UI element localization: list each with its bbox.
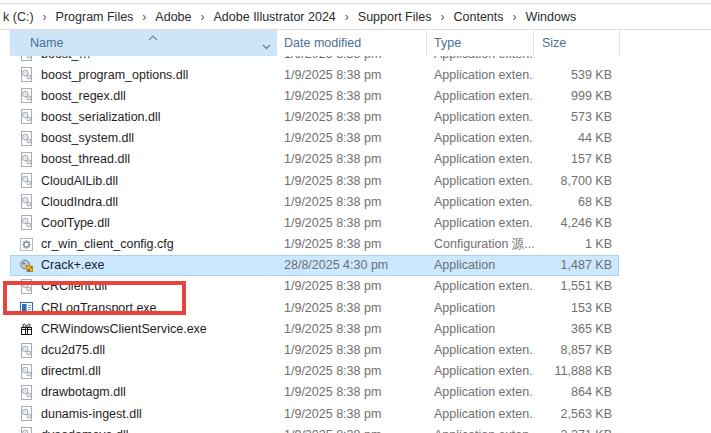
- sort-ascending-icon: [148, 30, 158, 44]
- dll-icon: [19, 343, 34, 358]
- dll-icon: [19, 131, 34, 146]
- table-row[interactable]: CRClient.dll 1/9/2025 8:38 pm Applicatio…: [10, 276, 619, 297]
- table-row[interactable]: boost_serialization.dll 1/9/2025 8:38 pm…: [10, 106, 619, 127]
- file-name: CloudIndra.dll: [41, 195, 118, 209]
- file-name: boost_…: [41, 56, 91, 61]
- file-type: Application exten...: [427, 279, 534, 293]
- dll-icon: [19, 406, 34, 421]
- file-date-modified: 1/9/2025 8:38 pm: [277, 279, 427, 293]
- table-row[interactable]: dvaadameve.dll 1/9/2025 8:38 pm Applicat…: [10, 424, 619, 433]
- file-date-modified: 1/9/2025 8:38 pm: [277, 89, 427, 103]
- file-type: Application exten...: [427, 428, 534, 433]
- breadcrumb-item[interactable]: Adobe Illustrator 2024: [212, 7, 338, 27]
- table-row[interactable]: boost_… 1/9/2025 8:38 pm Application ext…: [10, 56, 619, 64]
- file-size: 157 KB: [534, 152, 612, 166]
- table-row[interactable]: CloudIndra.dll 1/9/2025 8:38 pm Applicat…: [10, 191, 619, 212]
- table-row[interactable]: dcu2d75.dll 1/9/2025 8:38 pm Application…: [10, 339, 619, 360]
- table-row[interactable]: boost_program_options.dll 1/9/2025 8:38 …: [10, 64, 619, 85]
- column-header-type[interactable]: Type: [427, 30, 534, 56]
- dll-icon: [19, 67, 34, 82]
- column-header-size[interactable]: Size: [534, 30, 612, 56]
- file-type: Application: [427, 258, 534, 272]
- file-date-modified: 1/9/2025 8:38 pm: [277, 301, 427, 315]
- file-name: Crack+.exe: [41, 258, 105, 272]
- file-name: cr_win_client_config.cfg: [41, 237, 174, 251]
- dll-icon: [19, 56, 34, 61]
- table-row[interactable]: Crack+.exe 28/8/2025 4:30 pm Application…: [10, 255, 619, 276]
- file-name: directml.dll: [41, 364, 101, 378]
- file-size: 8,857 KB: [534, 343, 612, 357]
- file-type: Application: [427, 301, 534, 315]
- file-size: 8,700 KB: [534, 174, 612, 188]
- file-type: Application exten...: [427, 385, 534, 399]
- file-size: 153 KB: [534, 301, 612, 315]
- table-row[interactable]: directml.dll 1/9/2025 8:38 pm Applicatio…: [10, 361, 619, 382]
- table-row[interactable]: dunamis-ingest.dll 1/9/2025 8:38 pm Appl…: [10, 403, 619, 424]
- table-row[interactable]: CoolType.dll 1/9/2025 8:38 pm Applicatio…: [10, 212, 619, 233]
- crack-exe-icon: [19, 258, 34, 273]
- file-name-cell: boost_…: [10, 56, 277, 61]
- breadcrumb-separator-icon: ›: [194, 10, 212, 24]
- table-row[interactable]: CloudAILib.dll 1/9/2025 8:38 pm Applicat…: [10, 170, 619, 191]
- file-name-cell: CRClient.dll: [10, 279, 277, 294]
- file-list: Name Date modified Type Size boost_… 1/9…: [0, 30, 711, 433]
- file-name-cell: CloudIndra.dll: [10, 194, 277, 209]
- file-name-cell: cr_win_client_config.cfg: [10, 237, 277, 252]
- chevron-down-icon[interactable]: [262, 39, 271, 53]
- file-date-modified: 1/9/2025 8:38 pm: [277, 110, 427, 124]
- table-row[interactable]: cr_win_client_config.cfg 1/9/2025 8:38 p…: [10, 234, 619, 255]
- breadcrumb-item[interactable]: Adobe: [153, 7, 193, 27]
- file-date-modified: 1/9/2025 8:38 pm: [277, 407, 427, 421]
- file-date-modified: 1/9/2025 8:38 pm: [277, 152, 427, 166]
- file-name-cell: dvaadameve.dll: [10, 427, 277, 433]
- file-size: 999 KB: [534, 89, 612, 103]
- file-type: Application exten...: [427, 152, 534, 166]
- file-name-cell: dcu2d75.dll: [10, 343, 277, 358]
- file-date-modified: 1/9/2025 8:38 pm: [277, 131, 427, 145]
- partially-visible-row: boost_… 1/9/2025 8:38 pm Application ext…: [0, 56, 711, 64]
- file-size: 44 KB: [534, 131, 612, 145]
- file-date-modified: 1/9/2025 8:38 pm: [277, 343, 427, 357]
- table-row[interactable]: CRWindowsClientService.exe 1/9/2025 8:38…: [10, 318, 619, 339]
- window-exe-icon: [19, 300, 34, 315]
- dll-icon: [19, 385, 34, 400]
- dll-icon: [19, 152, 34, 167]
- column-header-date-modified[interactable]: Date modified: [277, 30, 427, 56]
- file-name: dunamis-ingest.dll: [41, 407, 142, 421]
- breadcrumb: k (C:)›Program Files›Adobe›Adobe Illustr…: [0, 3, 711, 30]
- column-header-name[interactable]: Name: [10, 30, 277, 56]
- file-size: 11,888 KB: [534, 364, 612, 378]
- file-date-modified: 1/9/2025 8:38 pm: [277, 385, 427, 399]
- file-date-modified: 1/9/2025 8:38 pm: [277, 195, 427, 209]
- file-size: 1 KB: [534, 237, 612, 251]
- breadcrumb-item[interactable]: Contents: [451, 7, 505, 27]
- table-row[interactable]: boost_thread.dll 1/9/2025 8:38 pm Applic…: [10, 149, 619, 170]
- table-row[interactable]: boost_regex.dll 1/9/2025 8:38 pm Applica…: [10, 85, 619, 106]
- file-name-cell: CRLogTransport.exe: [10, 300, 277, 315]
- breadcrumb-item[interactable]: Support Files: [356, 7, 434, 27]
- breadcrumb-item[interactable]: Program Files: [54, 7, 136, 27]
- table-row[interactable]: boost_system.dll 1/9/2025 8:38 pm Applic…: [10, 128, 619, 149]
- dll-icon: [19, 364, 34, 379]
- table-row[interactable]: drawbotagm.dll 1/9/2025 8:38 pm Applicat…: [10, 382, 619, 403]
- breadcrumb-item[interactable]: k (C:): [1, 7, 36, 27]
- file-type: Application exten...: [427, 131, 534, 145]
- file-date-modified: 1/9/2025 8:38 pm: [277, 216, 427, 230]
- dll-icon: [19, 173, 34, 188]
- file-name-cell: drawbotagm.dll: [10, 385, 277, 400]
- gift-exe-icon: [19, 321, 34, 336]
- file-type: Application exten...: [427, 407, 534, 421]
- file-date-modified: 1/9/2025 8:38 pm: [277, 237, 427, 251]
- column-header-spacer: [612, 30, 620, 56]
- file-type: Application exten...: [427, 343, 534, 357]
- dll-icon: [19, 109, 34, 124]
- file-size: 1,551 KB: [534, 279, 612, 293]
- file-name-cell: boost_system.dll: [10, 131, 277, 146]
- file-type: Application exten...: [427, 56, 534, 61]
- breadcrumb-separator-icon: ›: [338, 10, 356, 24]
- column-header-date-label: Date modified: [284, 36, 361, 50]
- file-rows: boost_… 1/9/2025 8:38 pm Application ext…: [0, 56, 711, 433]
- table-row[interactable]: CRLogTransport.exe 1/9/2025 8:38 pm Appl…: [10, 297, 619, 318]
- file-size: 2,563 KB: [534, 407, 612, 421]
- breadcrumb-item[interactable]: Windows: [524, 7, 579, 27]
